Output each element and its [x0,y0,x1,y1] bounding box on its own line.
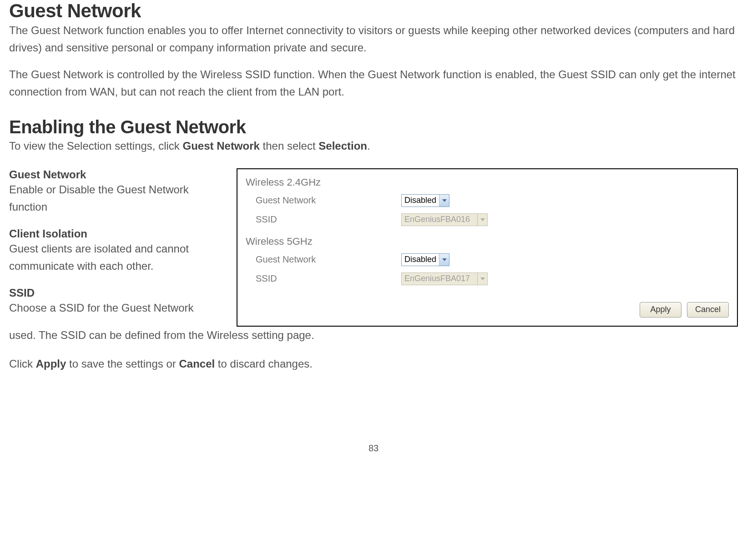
row-5-guest: Guest Network Disabled [256,250,729,269]
apply-button[interactable]: Apply [640,302,681,318]
closing-bold-cancel: Cancel [179,358,215,370]
group-heading-5ghz: Wireless 5GHz [246,236,729,247]
instruction-bold-2: Selection [318,140,367,152]
text-fragment: to discard changes. [215,358,313,370]
chevron-down-icon [477,273,487,285]
page-title: Guest Network [9,0,738,22]
select-5-guest-value: Disabled [404,255,436,264]
definition-title-guest: Guest Network [9,168,223,181]
closing-instruction: Click Apply to save the settings or Canc… [9,358,738,370]
definition-body-ssid-line1: Choose a SSID for the Guest Network [9,299,223,317]
label-5-guest: Guest Network [256,254,401,265]
instruction-text: To view the Selection settings, click Gu… [9,137,738,155]
definition-body-guest: Enable or Disable the Guest Network func… [9,181,223,216]
page-number: 83 [9,443,738,454]
select-24-ssid[interactable]: EnGeniusFBA016 [401,213,488,226]
select-24-guest-value: Disabled [404,196,436,205]
chevron-down-icon [477,214,487,226]
group-heading-24ghz: Wireless 2.4GHz [246,177,729,188]
text-fragment: then select [260,140,318,152]
definition-body-isolation: Guest clients are isolated and cannot co… [9,240,223,275]
select-5-ssid-value: EnGeniusFBA017 [404,274,470,283]
intro-paragraph-2: The Guest Network is controlled by the W… [9,66,738,101]
row-24-ssid: SSID EnGeniusFBA016 [256,210,729,229]
definition-body-ssid-line2: used. The SSID can be defined from the W… [9,327,738,344]
label-24-ssid: SSID [256,214,401,225]
cancel-button[interactable]: Cancel [687,302,729,318]
row-5-ssid: SSID EnGeniusFBA017 [256,269,729,288]
intro-paragraph-1: The Guest Network function enables you t… [9,22,738,57]
label-5-ssid: SSID [256,273,401,284]
definition-title-ssid: SSID [9,287,223,299]
select-24-guest[interactable]: Disabled [401,194,449,207]
label-24-guest: Guest Network [256,195,401,206]
row-24-guest: Guest Network Disabled [256,191,729,210]
text-fragment: To view the Selection settings, click [9,140,183,152]
chevron-down-icon [439,195,449,207]
settings-panel: Wireless 2.4GHz Guest Network Disabled S… [237,168,738,327]
select-24-ssid-value: EnGeniusFBA016 [404,215,470,224]
definition-title-isolation: Client Isolation [9,227,223,240]
chevron-down-icon [439,254,449,266]
select-5-ssid[interactable]: EnGeniusFBA017 [401,272,488,285]
select-5-guest[interactable]: Disabled [401,253,449,266]
section-title: Enabling the Guest Network [9,117,738,137]
closing-bold-apply: Apply [36,358,66,370]
text-fragment: Click [9,358,36,370]
text-fragment: to save the settings or [66,358,179,370]
instruction-bold-1: Guest Network [183,140,260,152]
text-fragment: . [367,140,370,152]
